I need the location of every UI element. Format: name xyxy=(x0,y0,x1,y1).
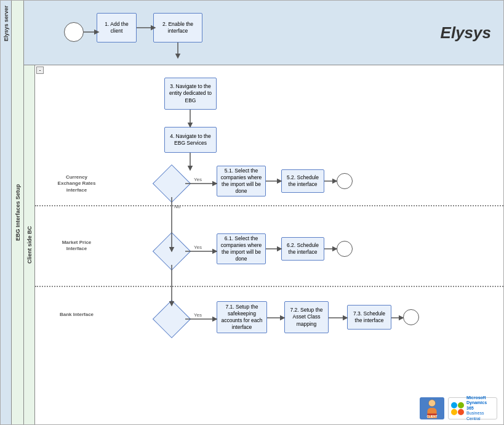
arrows-svg: Yes No Yes xyxy=(35,65,503,424)
diamond3 xyxy=(158,306,185,333)
client-side-label: Client side BC xyxy=(24,65,35,424)
divider2 xyxy=(35,286,503,287)
bc-text: Microsoft Dynamics 365 Business Central xyxy=(466,395,494,421)
diamond1 xyxy=(158,170,185,197)
step52-box: 5.2. Schedule the interface xyxy=(281,169,324,193)
bottom-section: Client side BC - 3. Navigate to the enti… xyxy=(24,65,503,424)
client-figure: CLIENT xyxy=(420,397,444,418)
elysys-brand: Elysys xyxy=(441,23,491,42)
diagram-area: - 3. Navigate to the entity dedicated to… xyxy=(35,65,503,424)
diamond2 xyxy=(158,238,185,265)
start-circle xyxy=(64,22,84,42)
elysys-server-section: Elysys 1. Add the client 2. Enable the i… xyxy=(24,1,503,65)
divider1 xyxy=(35,205,503,206)
bc-circle-tr xyxy=(458,402,464,408)
svg-text:Yes: Yes xyxy=(194,245,202,250)
svg-text:Yes: Yes xyxy=(194,312,202,318)
main-container: Elysys server EBG Interfaces Setup _ □ E… xyxy=(0,0,504,425)
bc-circle-br xyxy=(458,409,464,415)
end-circle3 xyxy=(403,309,419,325)
step72-box: 7.2. Setup the Asset Class mapping xyxy=(284,301,329,333)
bc-circle-bl xyxy=(451,409,457,415)
currency-label: Currency Exchange Rates interface xyxy=(54,174,100,193)
top-arrows-svg xyxy=(24,1,503,65)
bc-logo: Microsoft Dynamics 365 Business Central xyxy=(448,397,497,419)
left-labels: Elysys server EBG Interfaces Setup xyxy=(1,1,24,424)
logos-area: CLIENT Microsoft Dynamics 365 xyxy=(420,397,497,419)
elysys-server-label: Elysys server xyxy=(1,1,12,424)
svg-text:CLIENT: CLIENT xyxy=(426,415,437,418)
svg-point-23 xyxy=(428,400,435,407)
bc-circles xyxy=(451,402,464,415)
step62-box: 6.2. Schedule the interface xyxy=(281,237,324,261)
step51-box: 5.1. Select the companies where the impo… xyxy=(217,166,266,196)
content-area: _ □ Elysys 1. Add the client 2. Enable t… xyxy=(24,1,503,424)
step71-box: 7.1. Setup the safekeeping accounts for … xyxy=(217,301,267,333)
ebg-label: EBG Interfaces Setup xyxy=(12,1,24,424)
market-label: Market Price Interface xyxy=(54,240,100,253)
bank-label: Bank Interface xyxy=(54,312,100,318)
step1-box: 1. Add the client xyxy=(97,13,137,42)
client-logo: CLIENT xyxy=(420,397,444,419)
step4-box: 4. Navigate to the EBG Services xyxy=(164,127,217,153)
step2-box: 2. Enable the interface xyxy=(153,13,202,42)
end-circle2 xyxy=(337,241,353,257)
bc-circle-tl xyxy=(451,402,457,408)
step61-box: 6.1. Select the companies where the impo… xyxy=(217,233,266,264)
end-circle1 xyxy=(337,173,353,189)
step3-box: 3. Navigate to the entity dedicated to E… xyxy=(164,78,217,110)
svg-text:Yes: Yes xyxy=(194,177,202,182)
expand-button[interactable]: - xyxy=(36,67,44,74)
step73-box: 7.3. Schedule the interface xyxy=(347,305,391,330)
